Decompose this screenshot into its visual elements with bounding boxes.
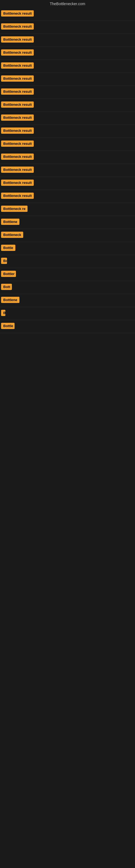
bottleneck-badge-10[interactable]: Bottleneck result (1, 127, 34, 134)
result-row-7[interactable]: Bottleneck result (0, 86, 135, 99)
result-row-1[interactable]: Bottleneck result (0, 8, 135, 21)
result-row-4[interactable]: Bottleneck result (0, 46, 135, 60)
bottleneck-badge-6[interactable]: Bottleneck result (1, 75, 34, 82)
bottleneck-badge-1[interactable]: Bottleneck result (1, 10, 34, 17)
result-row-5[interactable]: Bottleneck result (0, 60, 135, 73)
bottleneck-badge-15[interactable]: Bottleneck result (1, 193, 34, 199)
result-row-21[interactable]: Bottler (0, 268, 135, 281)
bottleneck-badge-25[interactable]: Bottle (1, 323, 14, 329)
result-row-2[interactable]: Bottleneck result (0, 21, 135, 34)
bottleneck-badge-20[interactable]: Bo (1, 258, 7, 264)
result-row-9[interactable]: Bottleneck result (0, 112, 135, 125)
bottleneck-badge-18[interactable]: Bottleneck (1, 231, 23, 238)
bottleneck-badge-13[interactable]: Bottleneck result (1, 166, 34, 173)
result-row-10[interactable]: Bottleneck result (0, 125, 135, 138)
result-row-3[interactable]: Bottleneck result (0, 34, 135, 46)
bottleneck-badge-3[interactable]: Bottleneck result (1, 36, 34, 42)
bottleneck-badge-12[interactable]: Bottleneck result (1, 154, 34, 160)
site-title: TheBottlenecker.com (0, 0, 135, 8)
result-row-6[interactable]: Bottleneck result (0, 73, 135, 86)
result-row-17[interactable]: Bottlene (0, 216, 135, 229)
bottleneck-badge-23[interactable]: Bottlene (1, 297, 19, 303)
bottleneck-badge-22[interactable]: Bott (1, 284, 12, 290)
bottleneck-badge-14[interactable]: Bottleneck result (1, 180, 34, 186)
result-row-14[interactable]: Bottleneck result (0, 177, 135, 190)
result-row-19[interactable]: Bottle (0, 242, 135, 255)
bottleneck-badge-2[interactable]: Bottleneck result (1, 23, 34, 30)
result-row-16[interactable]: Bottleneck re (0, 203, 135, 216)
bottleneck-badge-24[interactable]: B (1, 310, 5, 316)
bottleneck-badge-16[interactable]: Bottleneck re (1, 206, 28, 212)
result-row-20[interactable]: Bo (0, 255, 135, 268)
result-row-23[interactable]: Bottlene (0, 294, 135, 307)
bottleneck-badge-21[interactable]: Bottler (1, 271, 16, 277)
bottleneck-badge-9[interactable]: Bottleneck result (1, 115, 34, 121)
bottleneck-badge-5[interactable]: Bottleneck result (1, 62, 34, 69)
result-row-13[interactable]: Bottleneck result (0, 164, 135, 177)
results-container: Bottleneck resultBottleneck resultBottle… (0, 8, 135, 333)
result-row-25[interactable]: Bottle (0, 320, 135, 333)
bottleneck-badge-11[interactable]: Bottleneck result (1, 141, 34, 147)
result-row-12[interactable]: Bottleneck result (0, 151, 135, 164)
result-row-8[interactable]: Bottleneck result (0, 99, 135, 112)
bottleneck-badge-19[interactable]: Bottle (1, 245, 15, 251)
bottleneck-badge-7[interactable]: Bottleneck result (1, 88, 34, 95)
result-row-22[interactable]: Bott (0, 281, 135, 294)
result-row-11[interactable]: Bottleneck result (0, 138, 135, 151)
bottleneck-badge-4[interactable]: Bottleneck result (1, 50, 34, 56)
bottleneck-badge-8[interactable]: Bottleneck result (1, 101, 34, 108)
result-row-18[interactable]: Bottleneck (0, 229, 135, 242)
bottleneck-badge-17[interactable]: Bottlene (1, 219, 19, 225)
result-row-15[interactable]: Bottleneck result (0, 190, 135, 203)
result-row-24[interactable]: B (0, 307, 135, 320)
